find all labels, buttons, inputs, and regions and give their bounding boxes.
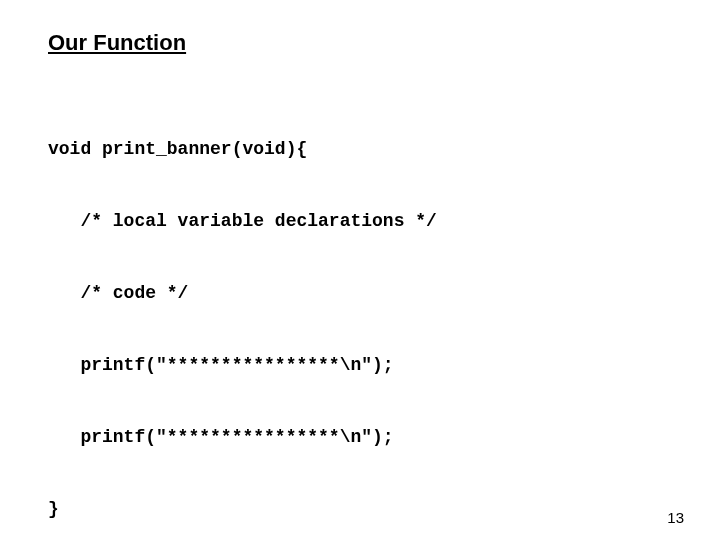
code-line-3: /* code */: [48, 284, 672, 302]
code-line-6: }: [48, 500, 672, 518]
code-line-2: /* local variable declarations */: [48, 212, 672, 230]
code-line-4: printf("****************\n");: [48, 356, 672, 374]
slide-page: Our Function void print_banner(void){ /*…: [0, 0, 720, 540]
code-block: void print_banner(void){ /* local variab…: [48, 104, 672, 540]
code-line-5: printf("****************\n");: [48, 428, 672, 446]
slide-heading: Our Function: [48, 30, 672, 56]
page-number: 13: [667, 509, 684, 526]
code-line-1: void print_banner(void){: [48, 140, 672, 158]
